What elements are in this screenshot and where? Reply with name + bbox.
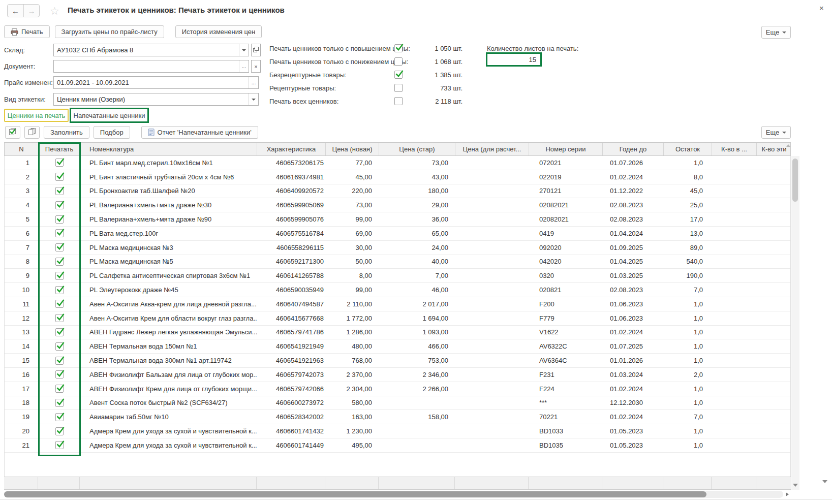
vertical-scrollbar-thumb[interactable]	[792, 159, 798, 202]
scroll-right-icon[interactable]	[786, 492, 789, 496]
row-checkbox-checked[interactable]	[55, 229, 64, 237]
column-header[interactable]: Печатать	[39, 143, 80, 155]
table-row[interactable]: 1PL Бинт марл.мед.стерил.10мх16см №14606…	[5, 156, 790, 170]
table-row[interactable]: 6PL Вата мед.стер.100г460657551678469,00…	[5, 227, 790, 241]
row-checkbox-checked[interactable]	[55, 159, 64, 167]
row-checkbox-checked[interactable]	[55, 427, 64, 435]
row-checkbox-checked[interactable]	[55, 399, 64, 407]
row-checkbox-checked[interactable]	[55, 314, 64, 322]
sheets-count-input[interactable]	[486, 52, 542, 67]
table-row[interactable]: 19Авиамарин таб.50мг №104606528342002163…	[5, 410, 790, 424]
row-checkbox-checked[interactable]	[55, 342, 64, 351]
table-cell-stock: 1,0	[664, 424, 712, 438]
row-checkbox-checked[interactable]	[55, 201, 64, 209]
print-button[interactable]: Печать	[4, 25, 50, 38]
pick-button[interactable]: Подбор	[94, 126, 130, 139]
column-header[interactable]: К-во в ...	[712, 143, 757, 155]
table-row[interactable]: 21Адмера Крем для ухода за сухой и чувст…	[5, 438, 790, 453]
warehouse-dropdown-button[interactable]	[239, 44, 249, 56]
uncheck-all-icon-button[interactable]	[24, 126, 40, 139]
table-cell-exp: 01.09.2025	[603, 241, 664, 255]
row-checkbox-checked[interactable]	[55, 272, 64, 280]
row-checkbox-checked[interactable]	[55, 215, 64, 224]
table-row[interactable]: 10PL Элеутерококк драже №454606590035949…	[5, 283, 790, 297]
table-row[interactable]: 5PL Валериана+хмель+мята драже №90460659…	[5, 212, 790, 227]
row-checkbox-checked[interactable]	[55, 385, 64, 393]
document-field[interactable]: ...	[53, 60, 249, 73]
price-history-button[interactable]: История изменения цен	[175, 25, 262, 38]
label-kind-field[interactable]: Ценник мини (Озерки)	[53, 93, 259, 106]
table-row[interactable]: 13АВЕН Гидранс Лежер легкая увлажняющая …	[5, 326, 790, 340]
table-row[interactable]: 20Адмера Крем для ухода за сухой и чувст…	[5, 424, 790, 438]
column-header[interactable]: К-во эти	[757, 143, 791, 155]
row-checkbox-checked[interactable]	[55, 441, 64, 449]
fill-button[interactable]: Заполнить	[44, 126, 89, 139]
tab-price-tags-to-print[interactable]: Ценники на печать	[4, 109, 69, 122]
table-cell-name: АВЕН Физиолифт Бальзам для лица от глубо…	[80, 368, 257, 382]
column-header[interactable]: Остаток	[664, 143, 712, 155]
warehouse-field[interactable]: АУ1032 СПб Абрамова 8	[53, 44, 249, 56]
table-row[interactable]: 16АВЕН Физиолифт Бальзам для лица от глу…	[5, 368, 790, 382]
label-kind-dropdown-button[interactable]	[249, 93, 258, 105]
row-checkbox-checked[interactable]	[55, 286, 64, 294]
row-checkbox-checked[interactable]	[55, 413, 64, 421]
more-button-table[interactable]: Еще	[761, 126, 791, 139]
back-button[interactable]: ←	[8, 5, 23, 17]
warehouse-value[interactable]: АУ1032 СПб Абрамова 8	[54, 46, 239, 54]
column-header[interactable]: Номенклатура	[80, 143, 257, 155]
table-row[interactable]: 12Авен А-Окситив Крем для области вокруг…	[5, 311, 790, 326]
row-checkbox-checked[interactable]	[55, 243, 64, 251]
row-checkbox-checked[interactable]	[55, 300, 64, 308]
row-checkbox-checked[interactable]	[55, 357, 64, 365]
table-cell-qin	[712, 424, 757, 438]
table-row[interactable]: 18Авент Соска поток быстрый №2 (SCF634/2…	[5, 396, 790, 411]
forward-button[interactable]: →	[23, 5, 39, 17]
table-row[interactable]: 2PL Бинт эластичный трубчатый 20см х 4см…	[5, 170, 790, 184]
report-button[interactable]: Отчет 'Напечатанные ценники'	[141, 126, 258, 139]
column-header[interactable]: Цена (новая)	[326, 143, 379, 155]
column-header[interactable]: N	[5, 143, 39, 155]
table-row[interactable]: 3PL Бронхоактив таб.Шалфей №204606409920…	[5, 184, 790, 199]
table-cell-exp: 01.07.2026	[603, 156, 664, 170]
label-kind-value[interactable]: Ценник мини (Озерки)	[54, 96, 249, 103]
warehouse-open-button[interactable]	[251, 44, 261, 56]
table-cell-pold: 158,00	[379, 410, 455, 424]
more-button-top[interactable]: Еще	[761, 26, 791, 39]
column-header[interactable]: Цена (стар)	[379, 143, 455, 155]
table-row[interactable]: 8PL Маска медицинская №5460659217130050,…	[5, 255, 790, 269]
load-prices-button[interactable]: Загрузить цены по прайс-листу	[55, 25, 164, 38]
table-row[interactable]: 17АВЕН Физиолифт Крем для лица от глубок…	[5, 382, 790, 396]
check-all-button[interactable]	[5, 126, 20, 139]
table-row[interactable]: 11Авен А-Окситив Аква-крем для лица днев…	[5, 297, 790, 311]
close-icon[interactable]: ×	[819, 4, 824, 12]
document-clear-button[interactable]: ×	[251, 60, 261, 73]
scroll-down-icon[interactable]	[822, 480, 827, 483]
price-changed-field[interactable]: 01.09.2021 - 10.09.2021 ...	[53, 76, 259, 89]
row-checkbox-checked[interactable]	[55, 258, 64, 266]
table-row[interactable]: 15АВЕН Термальная вода 300мл №1 арт.1197…	[5, 354, 790, 368]
row-checkbox-checked[interactable]	[55, 173, 64, 181]
price-changed-choose-button[interactable]: ...	[249, 77, 258, 88]
table-cell-series: 092020	[529, 241, 603, 255]
tab-printed-price-tags[interactable]: Напечатанные ценники	[70, 108, 149, 123]
price-changed-value[interactable]: 01.09.2021 - 10.09.2021	[54, 79, 249, 86]
table-row[interactable]: 7PL Маска медицинская №3460655829611530,…	[5, 241, 790, 255]
row-checkbox-checked[interactable]	[55, 187, 64, 195]
document-choose-button[interactable]: ...	[239, 60, 249, 72]
table-cell-n: 3	[5, 184, 39, 198]
vertical-scrollbar[interactable]	[791, 156, 799, 490]
column-header[interactable]: Цена (для расчет...	[455, 143, 529, 155]
table-row[interactable]: 4PL Валериана+хмель+мята драже №30460659…	[5, 198, 790, 212]
column-header[interactable]: Характеристика	[257, 143, 326, 155]
table-row[interactable]: 9PL Салфетка антисептическая спиртовая 3…	[5, 269, 790, 283]
table-cell-exp: 02.08.2023	[603, 283, 664, 297]
column-header[interactable]: Годен до	[603, 143, 664, 155]
horizontal-scrollbar-thumb[interactable]	[4, 491, 706, 497]
favorite-star-icon[interactable]: ☆	[50, 5, 59, 17]
column-header[interactable]: Номер серии	[529, 143, 603, 155]
table-row[interactable]: 14АВЕН Термальная вода 150мл №1460654192…	[5, 339, 790, 354]
row-checkbox-checked[interactable]	[55, 328, 64, 336]
row-checkbox-checked[interactable]	[55, 370, 64, 379]
horizontal-scrollbar[interactable]	[4, 491, 783, 498]
scroll-down-icon[interactable]	[793, 484, 798, 487]
